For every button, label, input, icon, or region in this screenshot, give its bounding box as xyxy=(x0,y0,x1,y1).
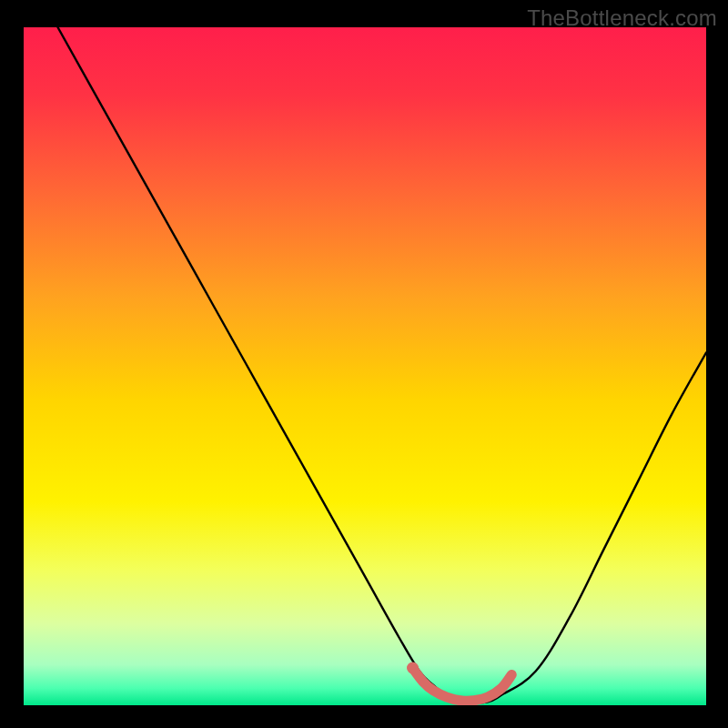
bottleneck-chart xyxy=(24,27,706,705)
highlight-start-dot xyxy=(407,662,419,674)
gradient-background xyxy=(24,27,706,705)
plot-area xyxy=(24,27,706,705)
chart-frame: TheBottleneck.com xyxy=(0,0,728,728)
watermark-label: TheBottleneck.com xyxy=(527,5,717,31)
